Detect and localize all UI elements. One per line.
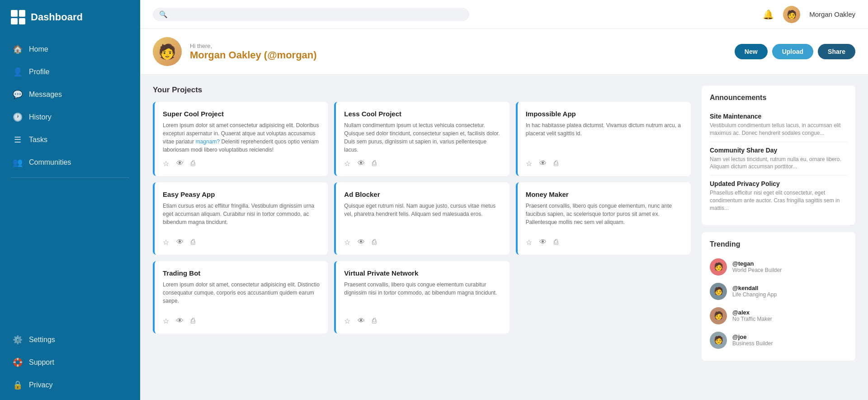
project-card-desc: Lorem ipsum dolor sit amet consectetur a… — [163, 121, 320, 154]
trending-info: @joe Business Builder — [732, 333, 773, 347]
view-icon[interactable]: 👁 — [358, 159, 365, 168]
trending-handle: @alex — [732, 309, 772, 316]
project-card-title: Trading Bot — [163, 269, 320, 277]
topbar-right: 🔔 🧑 Morgan Oakley — [763, 6, 855, 23]
sidebar-item-communities-label: Communities — [29, 158, 71, 167]
star-icon[interactable]: ☆ — [526, 159, 532, 168]
settings-icon: ⚙️ — [13, 335, 23, 345]
star-icon[interactable]: ☆ — [344, 238, 350, 247]
trending-avatar: 🧑 — [710, 258, 727, 276]
star-icon[interactable]: ☆ — [163, 238, 169, 247]
banner-username: Morgan Oakley (@morgan) — [190, 49, 317, 61]
project-card: Less Cool Project Nullam condimentum ips… — [334, 102, 509, 176]
topbar-username: Morgan Oakley — [809, 10, 855, 18]
view-icon[interactable]: 👁 — [539, 238, 547, 247]
share-icon[interactable]: ⎙ — [554, 159, 558, 168]
share-icon[interactable]: ⎙ — [372, 238, 377, 247]
share-icon[interactable]: ⎙ — [554, 238, 558, 247]
card-actions: ☆ 👁 ⎙ — [163, 238, 320, 247]
project-card: Super Cool Project Lorem ipsum dolor sit… — [153, 102, 328, 176]
sidebar-item-tasks-label: Tasks — [29, 136, 47, 144]
sidebar-item-home[interactable]: 🏠 Home — [0, 38, 140, 61]
star-icon[interactable]: ☆ — [344, 159, 350, 168]
share-icon[interactable]: ⎙ — [191, 317, 195, 325]
topbar: 🔍 🔔 🧑 Morgan Oakley — [140, 0, 868, 29]
trending-item: 🧑 @tegan World Peace Builder — [710, 255, 847, 279]
sidebar-item-profile[interactable]: 👤 Profile — [0, 61, 140, 83]
trending-avatar: 🧑 — [710, 283, 727, 300]
sidebar-item-messages-label: Messages — [29, 90, 62, 99]
card-actions: ☆ 👁 ⎙ — [344, 238, 501, 247]
announcements-title: Announcements — [710, 94, 847, 102]
search-wrap: 🔍 — [153, 8, 469, 21]
sidebar-item-history[interactable]: 🕐 History — [0, 106, 140, 129]
view-icon[interactable]: 👁 — [176, 159, 184, 168]
share-icon[interactable]: ⎙ — [191, 159, 195, 168]
messages-icon: 💬 — [13, 90, 23, 100]
trending-info: @alex No Traffic Maker — [732, 309, 772, 322]
sidebar-item-communities[interactable]: 👥 Communities — [0, 151, 140, 174]
card-actions: ☆ 👁 ⎙ — [344, 159, 501, 168]
trending-project-desc: No Traffic Maker — [732, 316, 772, 322]
sidebar-item-messages[interactable]: 💬 Messages — [0, 83, 140, 106]
project-card-title: Super Cool Project — [163, 110, 320, 118]
banner-avatar: 🧑 — [153, 37, 182, 66]
sidebar: Dashboard 🏠 Home 👤 Profile 💬 Messages 🕐 … — [0, 0, 140, 400]
support-icon: 🛟 — [13, 357, 23, 367]
trending-project-desc: World Peace Builder — [732, 267, 782, 273]
search-input[interactable] — [171, 11, 463, 18]
card-actions: ☆ 👁 ⎙ — [163, 317, 320, 325]
new-button[interactable]: New — [735, 44, 768, 59]
project-card-title: Money Maker — [526, 190, 683, 198]
project-card-desc: Praesent convallis, libero quis congue e… — [344, 281, 501, 311]
right-panel: Announcements Site Maintenance Vestibulu… — [702, 86, 855, 389]
trending-item: 🧑 @alex No Traffic Maker — [710, 304, 847, 328]
tasks-icon: ☰ — [13, 135, 23, 145]
star-icon[interactable]: ☆ — [344, 317, 350, 325]
star-icon[interactable]: ☆ — [163, 317, 169, 325]
card-actions: ☆ 👁 ⎙ — [344, 317, 501, 325]
share-button[interactable]: Share — [818, 44, 855, 59]
view-icon[interactable]: 👁 — [539, 159, 547, 168]
projects-section-title: Your Projects — [153, 86, 691, 95]
view-icon[interactable]: 👁 — [358, 317, 365, 325]
project-card-title: Easy Peasy App — [163, 190, 320, 198]
project-card: Impossible App In hac habitasse platea d… — [516, 102, 691, 176]
view-icon[interactable]: 👁 — [176, 317, 184, 325]
sidebar-item-profile-label: Profile — [29, 68, 49, 76]
announcements-section: Announcements Site Maintenance Vestibulu… — [702, 86, 855, 225]
sidebar-bottom-nav: ⚙️ Settings 🛟 Support 🔒 Privacy — [0, 329, 140, 396]
project-card-desc: Nullam condimentum ipsum ut lectus vehic… — [344, 121, 501, 154]
upload-button[interactable]: Upload — [772, 44, 813, 59]
star-icon[interactable]: ☆ — [163, 159, 169, 168]
card-actions: ☆ 👁 ⎙ — [526, 238, 683, 247]
project-card: Trading Bot Lorem ipsum dolor sit amet, … — [153, 261, 328, 333]
sidebar-item-support[interactable]: 🛟 Support — [0, 351, 140, 374]
trending-avatar: 🧑 — [710, 332, 727, 349]
sidebar-item-settings[interactable]: ⚙️ Settings — [0, 329, 140, 351]
project-card-title: Less Cool Project — [344, 110, 501, 118]
trending-info: @tegan World Peace Builder — [732, 260, 782, 273]
share-icon[interactable]: ⎙ — [191, 238, 195, 247]
banner-actions: New Upload Share — [735, 44, 855, 59]
share-icon[interactable]: ⎙ — [372, 317, 377, 325]
notification-bell-icon[interactable]: 🔔 — [763, 9, 774, 20]
trending-section: Trending 🧑 @tegan World Peace Builder 🧑 … — [702, 232, 855, 361]
main-area: 🔍 🔔 🧑 Morgan Oakley 🧑 Hi there, Morgan O… — [140, 0, 868, 400]
share-icon[interactable]: ⎙ — [372, 159, 377, 168]
sidebar-divider — [11, 177, 129, 178]
announcement-desc: Vestibulum condimentum tellus lacus, in … — [710, 122, 847, 137]
card-actions: ☆ 👁 ⎙ — [526, 159, 683, 168]
sidebar-item-history-label: History — [29, 113, 52, 121]
project-card-title: Virtual Private Network — [344, 269, 501, 277]
trending-list: 🧑 @tegan World Peace Builder 🧑 @kendall … — [710, 255, 847, 352]
trending-handle: @tegan — [732, 260, 782, 267]
star-icon[interactable]: ☆ — [526, 238, 532, 247]
project-card-title: Impossible App — [526, 110, 683, 118]
view-icon[interactable]: 👁 — [176, 238, 184, 247]
sidebar-item-tasks[interactable]: ☰ Tasks — [0, 129, 140, 151]
card-actions: ☆ 👁 ⎙ — [163, 159, 320, 168]
view-icon[interactable]: 👁 — [358, 238, 365, 247]
profile-banner: 🧑 Hi there, Morgan Oakley (@morgan) New … — [140, 29, 868, 75]
sidebar-item-privacy[interactable]: 🔒 Privacy — [0, 374, 140, 396]
